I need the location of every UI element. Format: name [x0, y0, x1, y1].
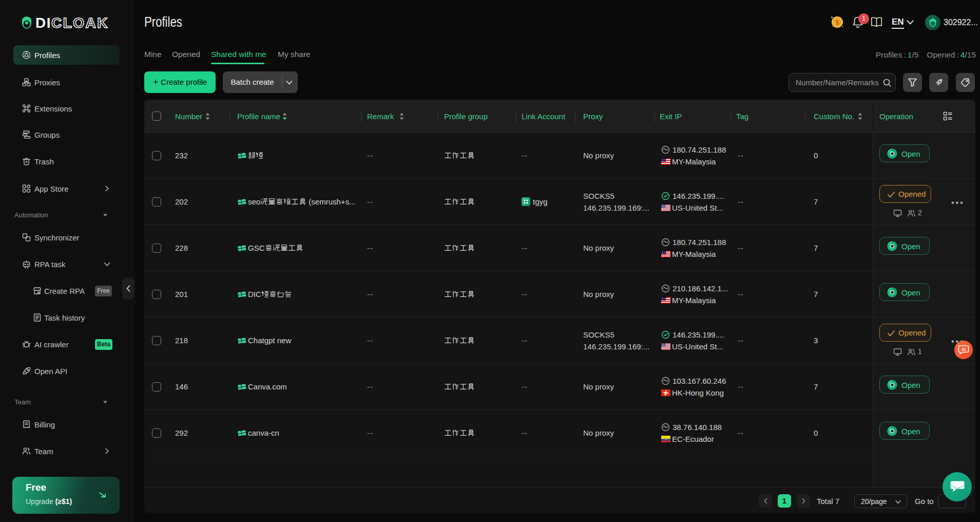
- svg-text:AI: AI: [962, 347, 966, 352]
- svg-text:$: $: [835, 18, 839, 26]
